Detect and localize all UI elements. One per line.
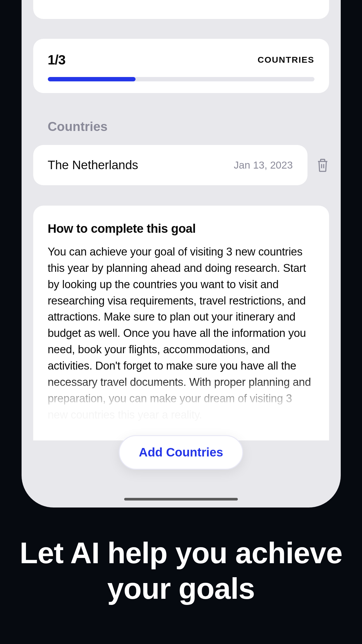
home-indicator <box>124 498 238 501</box>
progress-card: 1/3 COUNTRIES <box>33 39 329 93</box>
country-name: The Netherlands <box>48 158 138 172</box>
progress-fill <box>48 77 136 81</box>
phone-frame: 1/3 COUNTRIES Countries The Netherlands … <box>22 0 341 508</box>
marketing-text: Let AI help you achieve your goals <box>0 535 362 607</box>
section-title: Countries <box>48 119 329 134</box>
advice-text: You can achieve your goal of visiting 3 … <box>48 244 314 423</box>
country-date: Jan 13, 2023 <box>234 159 293 171</box>
advice-title: How to complete this goal <box>48 222 314 236</box>
peek-card <box>33 0 329 19</box>
progress-count: 1/3 <box>48 52 66 68</box>
add-countries-button[interactable]: Add Countries <box>119 435 243 470</box>
advice-card: How to complete this goal You can achiev… <box>33 206 329 440</box>
trash-icon[interactable] <box>316 158 329 172</box>
progress-header: 1/3 COUNTRIES <box>48 52 314 68</box>
country-row: The Netherlands Jan 13, 2023 <box>33 145 329 185</box>
progress-bar <box>48 77 314 81</box>
country-card[interactable]: The Netherlands Jan 13, 2023 <box>33 145 307 185</box>
progress-label: COUNTRIES <box>258 55 314 65</box>
